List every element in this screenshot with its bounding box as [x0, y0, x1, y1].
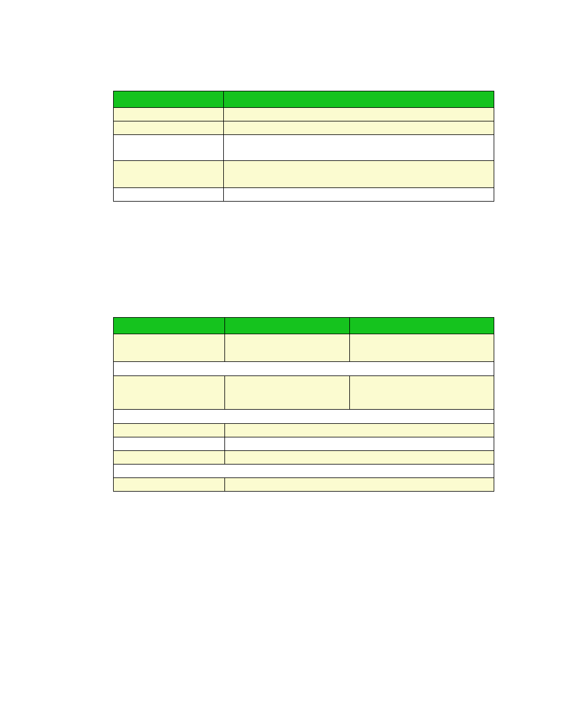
table-1 — [113, 91, 494, 202]
table-2-cell — [114, 451, 225, 465]
table-1-cell — [224, 121, 494, 135]
table-2-cell — [350, 376, 494, 410]
table-2-cell — [350, 334, 494, 362]
table-2-cell — [225, 424, 494, 437]
table-1-cell — [114, 161, 224, 188]
table-2-header-cell-0 — [114, 318, 225, 334]
table-2-cell — [114, 376, 225, 410]
table-2-row-span — [114, 410, 494, 424]
table-1-header-cell-1 — [224, 91, 494, 108]
table-2-cell — [114, 478, 225, 492]
table-1-cell — [114, 188, 224, 202]
table-1-cell — [224, 161, 494, 188]
page — [0, 0, 562, 728]
table-1-cell — [114, 108, 224, 121]
table-2-cell — [114, 437, 225, 451]
table-2-cell — [225, 334, 350, 362]
table-2-cell — [114, 334, 225, 362]
table-2-cell — [225, 376, 350, 410]
table-2-cell — [114, 424, 225, 437]
table-1-cell — [224, 108, 494, 121]
table-1-cell — [114, 135, 224, 161]
table-1-cell — [114, 121, 224, 135]
table-2-header-cell-2 — [350, 318, 494, 334]
table-2 — [113, 317, 494, 492]
table-2-cell — [225, 478, 494, 492]
table-1-cell — [224, 135, 494, 161]
table-1-cell — [224, 188, 494, 202]
table-2-row-span — [114, 362, 494, 376]
table-2-row-span — [114, 465, 494, 478]
table-1-header-cell-0 — [114, 91, 224, 108]
table-2-cell — [225, 437, 494, 451]
table-2-header-cell-1 — [225, 318, 350, 334]
table-2-cell — [225, 451, 494, 465]
